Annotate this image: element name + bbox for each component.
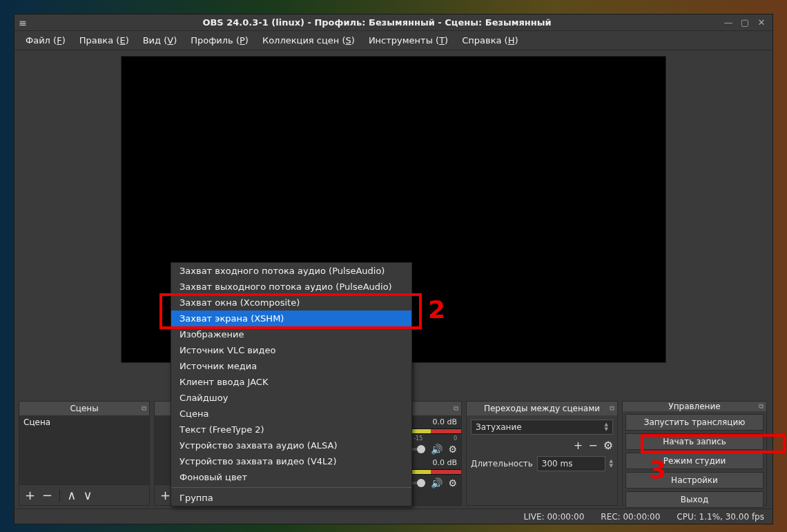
statusbar: LIVE: 00:00:00 REC: 00:00:00 CPU: 1.1%, … [14,509,773,524]
close-button[interactable]: ✕ [756,17,767,28]
menu-view[interactable]: Вид (V) [137,32,183,48]
scene-down-button[interactable]: ∨ [83,489,92,502]
source-menu-item[interactable]: Клиент ввода JACK [171,374,411,390]
start-record-button[interactable]: Начать запись [625,433,764,450]
source-menu-item[interactable]: Захват входного потока аудио (PulseAudio… [171,263,411,279]
menu-file[interactable]: Файл (F) [20,32,71,48]
menubar: Файл (F) Правка (E) Вид (V) Профиль (P) … [14,31,773,50]
mixer-channel-db: 0.0 dB [432,417,457,426]
panel-scenes: Сцены ⧉ Сцена + − ∧ ∨ [19,401,150,506]
scene-up-button[interactable]: ∧ [67,489,76,502]
detach-icon[interactable]: ⧉ [142,404,146,413]
panel-controls-header[interactable]: Управление ⧉ [623,402,766,411]
scene-row[interactable]: Сцена [19,415,149,429]
menu-help[interactable]: Справка (H) [456,32,523,48]
source-menu-item[interactable]: Устройство захвата аудио (ALSA) [171,437,411,453]
source-menu-item[interactable]: Фоновый цвет [171,469,411,485]
titlebar: ≡ OBS 24.0.3-1 (linux) - Профиль: Безымя… [14,14,773,31]
maximize-button[interactable]: ▢ [739,17,750,28]
speaker-icon[interactable]: 🔊 [431,444,443,455]
detach-icon[interactable]: ⧉ [610,404,614,413]
scenes-list[interactable]: Сцена [19,415,149,484]
source-menu-item[interactable]: Изображение [171,326,411,342]
gear-icon[interactable]: ⚙ [448,444,457,455]
mixer-channel-db: 0.0 dB [432,458,457,467]
settings-button[interactable]: Настройки [625,472,764,489]
source-menu-item[interactable]: Группа [171,490,411,506]
menu-separator [171,487,411,488]
detach-icon[interactable]: ⧉ [759,402,764,411]
transition-select[interactable]: Затухание ▲▼ [471,420,613,435]
duration-label: Длительность [471,459,533,469]
panel-transitions-header[interactable]: Переходы между сценами ⧉ [467,402,617,415]
menu-profile[interactable]: Профиль (P) [185,32,254,48]
speaker-icon[interactable]: 🔊 [431,477,443,489]
scenes-toolbar: + − ∧ ∨ [19,484,149,505]
source-menu-item[interactable]: Источник медиа [171,358,411,374]
duration-input[interactable]: 300 ms [537,456,605,471]
panel-controls: Управление ⧉ Запустить трансляцию Начать… [622,401,767,506]
menu-scenes[interactable]: Коллекция сцен (S) [257,32,360,48]
source-menu-item[interactable]: Захват экрана (XSHM) [171,311,411,326]
minimize-button[interactable]: — [723,17,734,28]
window-title: OBS 24.0.3-1 (linux) - Профиль: Безымянн… [31,17,723,28]
add-transition-button[interactable]: + [574,439,583,452]
menu-edit[interactable]: Правка (E) [74,32,135,48]
remove-transition-button[interactable]: − [588,439,597,452]
chevron-updown-icon[interactable]: ▲▼ [610,459,613,469]
remove-scene-button[interactable]: − [42,489,52,502]
transition-props-button[interactable]: ⚙ [603,439,613,452]
chevron-updown-icon: ▲▼ [605,422,608,432]
app-menu-icon[interactable]: ≡ [14,17,31,28]
panel-transitions: Переходы между сценами ⧉ Затухание ▲▼ + … [466,401,618,506]
source-menu-item[interactable]: Сцена [171,406,411,422]
add-source-button[interactable]: + [160,489,171,502]
add-scene-button[interactable]: + [25,489,35,502]
status-rec: REC: 00:00:00 [601,512,660,522]
source-menu-item[interactable]: Захват выходного потока аудио (PulseAudi… [171,279,411,295]
source-menu-item[interactable]: Слайдшоу [171,390,411,406]
menu-tools[interactable]: Инструменты (T) [363,32,454,48]
panel-scenes-header[interactable]: Сцены ⧉ [19,402,149,415]
source-menu-item[interactable]: Источник VLC видео [171,342,411,358]
studio-mode-button[interactable]: Режим студии [625,453,764,469]
status-live: LIVE: 00:00:00 [524,512,585,522]
exit-button[interactable]: Выход [625,491,764,508]
start-stream-button[interactable]: Запустить трансляцию [625,414,764,431]
detach-icon[interactable]: ⧉ [454,404,458,413]
status-cpu: CPU: 1.1%, 30.00 fps [677,512,764,522]
add-source-menu: Захват входного потока аудио (PulseAudio… [171,262,412,506]
source-menu-item[interactable]: Захват окна (Xcomposite) [171,295,411,311]
source-menu-item[interactable]: Устройство захвата видео (V4L2) [171,453,411,469]
gear-icon[interactable]: ⚙ [448,477,457,489]
source-menu-item[interactable]: Текст (FreeType 2) [171,422,411,437]
